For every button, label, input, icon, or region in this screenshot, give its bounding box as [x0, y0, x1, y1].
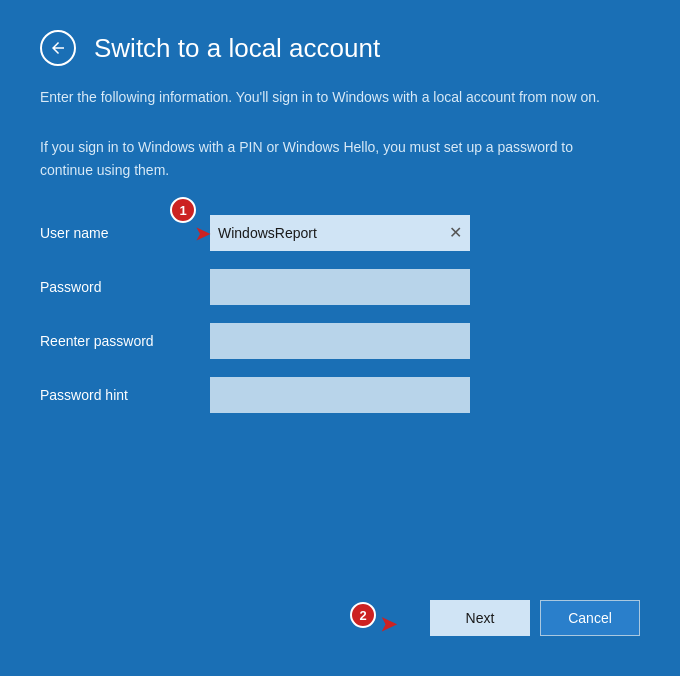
username-input-wrapper: ✕	[210, 215, 470, 251]
next-button[interactable]: Next	[430, 600, 530, 636]
hint-row: Password hint	[40, 377, 640, 413]
header: Switch to a local account	[40, 30, 640, 66]
hint-label: Password hint	[40, 387, 210, 403]
back-button[interactable]	[40, 30, 76, 66]
username-row: 1 ➤ User name ✕	[40, 215, 640, 251]
description-line1: Enter the following information. You'll …	[40, 86, 600, 108]
reenter-input[interactable]	[210, 323, 470, 359]
username-label: User name	[40, 225, 210, 241]
password-row: Password	[40, 269, 640, 305]
hint-input-wrapper	[210, 377, 470, 413]
password-input[interactable]	[210, 269, 470, 305]
password-input-wrapper	[210, 269, 470, 305]
description-block: Enter the following information. You'll …	[40, 86, 640, 191]
reenter-row: Reenter password	[40, 323, 640, 359]
annotation-badge-2: 2	[350, 602, 376, 628]
hint-input[interactable]	[210, 377, 470, 413]
clear-username-button[interactable]: ✕	[446, 224, 464, 242]
form-area: 1 ➤ User name ✕ Password Reenter passwor…	[40, 215, 640, 431]
password-label: Password	[40, 279, 210, 295]
annotation-badge-1: 1	[170, 197, 196, 223]
reenter-input-wrapper	[210, 323, 470, 359]
footer: 2 ➤ Next Cancel	[40, 600, 640, 646]
page-title: Switch to a local account	[94, 33, 380, 64]
cancel-button[interactable]: Cancel	[540, 600, 640, 636]
reenter-label: Reenter password	[40, 333, 210, 349]
description-line2: If you sign in to Windows with a PIN or …	[40, 136, 600, 181]
annotation-arrow-2: ➤	[380, 612, 397, 636]
back-icon	[49, 39, 67, 57]
annotation-arrow-1: ➤	[195, 223, 210, 245]
username-input[interactable]	[210, 215, 470, 251]
